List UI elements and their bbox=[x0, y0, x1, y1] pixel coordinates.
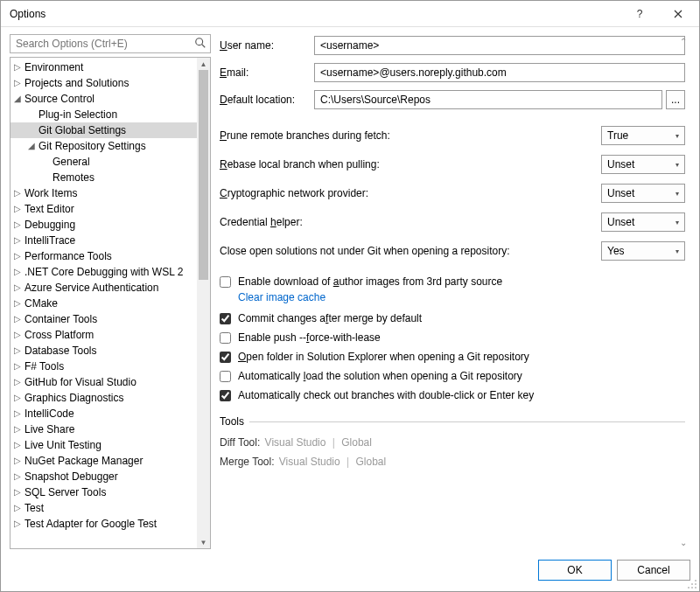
close-open-solutions-dropdown[interactable]: Yes▾ bbox=[601, 241, 685, 261]
tree-node[interactable]: ▷Live Unit Testing bbox=[10, 437, 197, 453]
auto-checkout-checkbox[interactable] bbox=[220, 390, 231, 401]
tree-node[interactable]: General bbox=[10, 154, 197, 170]
tree-twisty-icon[interactable]: ▷ bbox=[12, 79, 23, 87]
scroll-track[interactable] bbox=[197, 70, 210, 536]
diff-tool-option-vs[interactable]: Visual Studio bbox=[265, 436, 326, 449]
credential-helper-dropdown[interactable]: Unset▾ bbox=[601, 212, 685, 232]
divider bbox=[249, 421, 685, 422]
close-button[interactable] bbox=[659, 2, 697, 26]
tree-twisty-icon[interactable]: ◢ bbox=[12, 94, 23, 103]
search-input[interactable] bbox=[10, 35, 210, 52]
tree-twisty-icon[interactable]: ▷ bbox=[12, 252, 23, 261]
ok-button[interactable]: OK bbox=[538, 560, 612, 581]
default-location-input[interactable] bbox=[314, 90, 662, 109]
tree-twisty-icon[interactable]: ▷ bbox=[12, 331, 23, 339]
author-images-label[interactable]: Enable download of author images from 3r… bbox=[238, 275, 502, 288]
tree-node[interactable]: ▷Work Items bbox=[10, 185, 197, 201]
tree-node[interactable]: ▷Azure Service Authentication bbox=[10, 280, 197, 296]
tree-node[interactable]: ▷Live Share bbox=[10, 421, 197, 437]
auto-checkout-label[interactable]: Automatically check out branches with do… bbox=[238, 389, 534, 401]
tree-twisty-icon[interactable]: ▷ bbox=[12, 519, 23, 528]
tree-node[interactable]: ▷Cross Platform bbox=[10, 327, 197, 343]
tree-twisty-icon[interactable]: ▷ bbox=[12, 299, 23, 308]
username-input[interactable] bbox=[314, 36, 685, 55]
rebase-dropdown[interactable]: Unset▾ bbox=[601, 155, 685, 174]
options-tree[interactable]: ▷Environment▷Projects and Solutions◢Sour… bbox=[10, 58, 197, 548]
tree-node[interactable]: ▷Test bbox=[10, 500, 197, 516]
tree-node[interactable]: ▷IntelliTrace bbox=[10, 233, 197, 248]
tree-twisty-icon[interactable]: ▷ bbox=[12, 189, 23, 198]
tree-twisty-icon[interactable]: ▷ bbox=[12, 63, 23, 72]
tree-node-label: Database Tools bbox=[23, 345, 97, 357]
tree-node[interactable]: ▷Graphics Diagnostics bbox=[10, 390, 197, 406]
tree-twisty-icon[interactable]: ▷ bbox=[12, 220, 23, 229]
tree-node[interactable]: ▷.NET Core Debugging with WSL 2 bbox=[10, 264, 197, 280]
auto-load-checkbox[interactable] bbox=[220, 371, 231, 382]
tree-node[interactable]: Git Global Settings bbox=[10, 122, 197, 138]
tree-twisty-icon[interactable]: ▷ bbox=[12, 472, 23, 481]
tree-node[interactable]: ▷Debugging bbox=[10, 217, 197, 233]
username-label: User name: bbox=[220, 39, 314, 52]
tree-twisty-icon[interactable]: ▷ bbox=[12, 456, 23, 465]
tree-node[interactable]: ▷Performance Tools bbox=[10, 248, 197, 264]
tree-twisty-icon[interactable]: ▷ bbox=[12, 362, 23, 371]
credential-helper-label: Credential helper: bbox=[220, 216, 303, 228]
tree-twisty-icon[interactable]: ▷ bbox=[12, 441, 23, 449]
tree-node[interactable]: ▷CMake bbox=[10, 296, 197, 311]
prune-dropdown[interactable]: True▾ bbox=[601, 126, 685, 145]
diff-tool-option-global[interactable]: Global bbox=[341, 436, 372, 449]
tree-twisty-icon[interactable]: ▷ bbox=[12, 283, 23, 292]
commit-after-merge-label[interactable]: Commit changes after merge by default bbox=[238, 312, 422, 324]
browse-button[interactable]: ... bbox=[666, 90, 685, 109]
tree-twisty-icon[interactable]: ▷ bbox=[12, 346, 23, 355]
tree-node[interactable]: ▷Projects and Solutions bbox=[10, 75, 197, 91]
commit-after-merge-checkbox[interactable] bbox=[220, 313, 231, 324]
tree-node[interactable]: Plug-in Selection bbox=[10, 107, 197, 122]
force-lease-checkbox[interactable] bbox=[220, 332, 231, 344]
tree-twisty-icon[interactable]: ▷ bbox=[12, 268, 23, 276]
auto-load-label[interactable]: Automatically load the solution when ope… bbox=[238, 370, 522, 382]
open-folder-checkbox[interactable] bbox=[220, 352, 231, 363]
tree-node[interactable]: ▷Database Tools bbox=[10, 343, 197, 359]
merge-tool-option-vs[interactable]: Visual Studio bbox=[279, 456, 340, 468]
tree-node[interactable]: ◢Source Control bbox=[10, 91, 197, 107]
tree-twisty-icon[interactable]: ▷ bbox=[12, 394, 23, 402]
tree-node[interactable]: ▷Snapshot Debugger bbox=[10, 469, 197, 484]
tree-twisty-icon[interactable]: ◢ bbox=[26, 142, 37, 150]
scroll-up-icon[interactable]: ▲ bbox=[197, 58, 210, 70]
scroll-thumb[interactable] bbox=[199, 70, 208, 280]
tree-node[interactable]: ▷F# Tools bbox=[10, 359, 197, 374]
open-folder-label[interactable]: Open folder in Solution Explorer when op… bbox=[238, 351, 529, 363]
merge-tool-option-global[interactable]: Global bbox=[355, 456, 386, 468]
tree-node[interactable]: ▷Environment bbox=[10, 59, 197, 75]
tree-node[interactable]: ▷SQL Server Tools bbox=[10, 484, 197, 500]
tree-node[interactable]: ◢Git Repository Settings bbox=[10, 138, 197, 154]
tree-twisty-icon[interactable]: ▷ bbox=[12, 378, 23, 387]
tree-twisty-icon[interactable]: ▷ bbox=[12, 425, 23, 434]
scrollbar[interactable]: ▲ ▼ bbox=[197, 58, 210, 548]
tree-twisty-icon[interactable]: ▷ bbox=[12, 236, 23, 245]
tree-node[interactable]: ▷NuGet Package Manager bbox=[10, 453, 197, 469]
tree-node[interactable]: ▷Test Adapter for Google Test bbox=[10, 516, 197, 532]
help-button[interactable]: ? bbox=[620, 2, 659, 26]
tree-twisty-icon[interactable]: ▷ bbox=[12, 315, 23, 324]
resize-grip-icon[interactable] bbox=[687, 579, 697, 589]
scroll-down-icon[interactable]: ▼ bbox=[197, 536, 210, 548]
force-lease-label[interactable]: Enable push --force-with-lease bbox=[238, 331, 381, 344]
author-images-checkbox[interactable] bbox=[220, 276, 231, 288]
tree-twisty-icon[interactable]: ▷ bbox=[12, 488, 23, 497]
cancel-button[interactable]: Cancel bbox=[617, 560, 690, 581]
email-input[interactable] bbox=[314, 63, 685, 82]
tree-twisty-icon[interactable]: ▷ bbox=[12, 409, 23, 418]
tree-node[interactable]: ▷Container Tools bbox=[10, 311, 197, 327]
tree-node-label: GitHub for Visual Studio bbox=[23, 376, 136, 388]
tree-node[interactable]: ▷IntelliCode bbox=[10, 406, 197, 421]
tree-node[interactable]: Remotes bbox=[10, 170, 197, 185]
tree-node-label: Debugging bbox=[23, 219, 75, 231]
tree-twisty-icon[interactable]: ▷ bbox=[12, 205, 23, 213]
crypto-dropdown[interactable]: Unset▾ bbox=[601, 184, 685, 203]
tree-twisty-icon[interactable]: ▷ bbox=[12, 504, 23, 512]
tree-node[interactable]: ▷Text Editor bbox=[10, 201, 197, 217]
clear-image-cache-link[interactable]: Clear image cache bbox=[238, 291, 685, 303]
tree-node[interactable]: ▷GitHub for Visual Studio bbox=[10, 374, 197, 390]
